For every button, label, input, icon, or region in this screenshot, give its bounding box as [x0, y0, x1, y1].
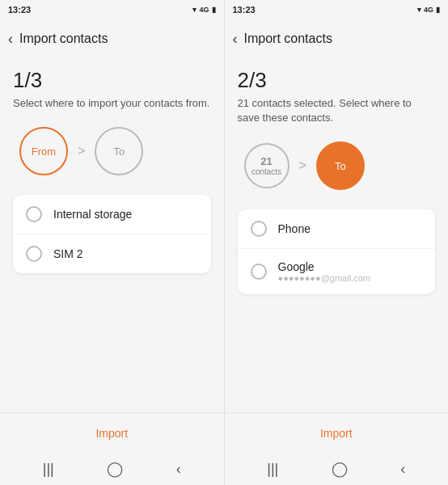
option-label-google: Google: [278, 260, 370, 273]
options-list-2: Phone Google ●●●●●●●●@gmail.com: [238, 209, 436, 294]
signal-icon-2: 4G: [424, 6, 433, 14]
status-time-1: 13:23: [8, 5, 31, 15]
content-area-1: 1/3 Select where to import your contacts…: [0, 58, 224, 412]
radio-phone[interactable]: [251, 221, 267, 237]
flow-arrow-1: >: [78, 144, 85, 158]
battery-icon: ▮: [212, 6, 216, 14]
contacts-sub-label: contacts: [251, 167, 281, 177]
nav-home-icon-1[interactable]: ◯: [107, 460, 123, 478]
option-phone[interactable]: Phone: [238, 209, 436, 249]
from-circle-1[interactable]: From: [19, 127, 68, 175]
nav-back-icon-2[interactable]: ‹: [400, 461, 405, 478]
step-number-2: 2/3: [238, 68, 436, 93]
status-bar-1: 13:23 ▾ 4G ▮: [0, 0, 224, 19]
option-sim2[interactable]: SIM 2: [13, 234, 211, 273]
to-circle-2[interactable]: To: [316, 141, 365, 190]
nav-bar-2: ||| ◯ ‹: [225, 453, 449, 485]
contacts-circle: 21 contacts: [244, 143, 290, 188]
bottom-bar-1: Import: [0, 412, 224, 453]
signal-icon: 4G: [199, 6, 209, 14]
panel-2: 13:23 ▾ 4G ▮ ‹ Import contacts 2/3 21 co…: [225, 0, 449, 485]
status-bar-2: 13:23 ▾ 4G ▮: [225, 0, 449, 19]
status-icons-1: ▾ 4G ▮: [192, 6, 215, 14]
bottom-bar-2: Import: [225, 412, 449, 453]
flow-arrow-2: >: [299, 158, 306, 173]
import-button-2[interactable]: Import: [320, 427, 353, 440]
radio-sim2[interactable]: [26, 246, 42, 262]
radio-google[interactable]: [251, 264, 267, 280]
options-list-1: Internal storage SIM 2: [13, 195, 211, 273]
top-bar-2: ‹ Import contacts: [225, 19, 449, 58]
option-label-sim2: SIM 2: [53, 247, 83, 260]
nav-back-icon-1[interactable]: ‹: [176, 461, 181, 478]
google-account-sublabel: ●●●●●●●●@gmail.com: [278, 273, 370, 283]
radio-internal-storage[interactable]: [26, 206, 42, 222]
to-circle-1[interactable]: To: [95, 127, 143, 175]
option-label-internal-storage: Internal storage: [53, 208, 132, 221]
page-title-1: Import contacts: [19, 32, 108, 46]
back-button-1[interactable]: ‹: [8, 31, 13, 48]
contacts-count: 21: [260, 155, 272, 168]
wifi-icon: ▾: [192, 6, 197, 14]
wifi-icon-2: ▾: [417, 6, 421, 14]
nav-bar-1: ||| ◯ ‹: [0, 453, 224, 485]
nav-menu-icon-2[interactable]: |||: [267, 461, 278, 478]
step-desc-1: Select where to import your contacts fro…: [13, 96, 211, 111]
import-button-1[interactable]: Import: [95, 427, 128, 440]
status-icons-2: ▾ 4G ▮: [417, 6, 440, 14]
flow-diagram-1: From > To: [13, 127, 211, 175]
back-button-2[interactable]: ‹: [233, 31, 238, 48]
top-bar-1: ‹ Import contacts: [0, 19, 224, 58]
step-desc-2: 21 contacts selected. Select where to sa…: [238, 96, 436, 125]
panel-1: 13:23 ▾ 4G ▮ ‹ Import contacts 1/3 Selec…: [0, 0, 224, 485]
step-number-1: 1/3: [13, 68, 211, 93]
status-time-2: 13:23: [233, 5, 256, 15]
option-google[interactable]: Google ●●●●●●●●@gmail.com: [238, 249, 436, 294]
flow-diagram-2: 21 contacts > To: [238, 141, 436, 190]
option-label-phone: Phone: [278, 222, 311, 235]
battery-icon-2: ▮: [436, 6, 440, 14]
option-internal-storage[interactable]: Internal storage: [13, 195, 211, 234]
content-area-2: 2/3 21 contacts selected. Select where t…: [225, 58, 449, 412]
page-title-2: Import contacts: [244, 32, 332, 46]
nav-home-icon-2[interactable]: ◯: [332, 460, 348, 478]
nav-menu-icon-1[interactable]: |||: [43, 461, 54, 478]
